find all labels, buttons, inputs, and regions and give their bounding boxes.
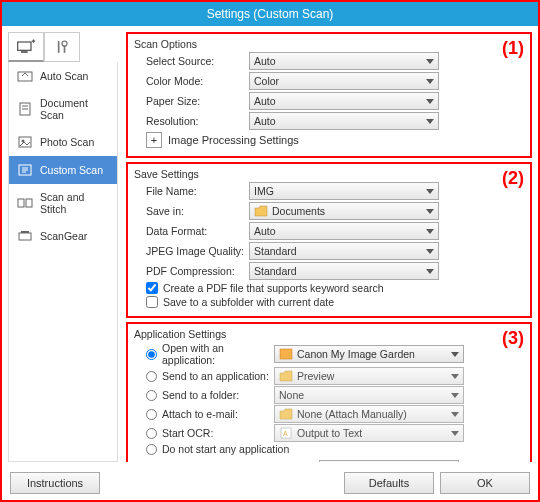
svg-rect-12 [18,199,24,207]
sidebar-item-photo-scan[interactable]: Photo Scan [9,128,117,156]
data-format-dropdown[interactable]: Auto [249,222,439,240]
send-to-app-label: Send to an application: [162,370,269,382]
svg-rect-2 [58,41,60,53]
sidebar-item-scan-and-stitch[interactable]: Scan and Stitch [9,184,117,222]
auto-scan-icon [17,69,33,83]
save-in-label: Save in: [134,205,249,217]
scangear-icon [17,229,33,243]
chevron-down-icon [426,229,434,234]
attach-email-radio[interactable] [146,409,157,420]
jpeg-quality-dropdown[interactable]: Standard [249,242,439,260]
svg-text:A: A [283,430,288,437]
save-in-dropdown[interactable]: Documents [249,202,439,220]
open-with-app-dropdown[interactable]: Canon My Image Garden [274,345,464,363]
chevron-down-icon [451,412,459,417]
annotation-2: (2) [502,168,524,189]
pdf-keyword-label: Create a PDF file that supports keyword … [163,282,384,294]
svg-rect-13 [26,199,32,207]
start-ocr-dropdown[interactable]: AOutput to Text [274,424,464,442]
folder-icon [254,205,268,217]
paper-size-dropdown[interactable]: Auto [249,92,439,110]
chevron-down-icon [426,79,434,84]
folder-icon [279,370,293,382]
window-title: Settings (Custom Scan) [207,7,334,21]
top-tab-strip [8,32,118,62]
start-ocr-radio[interactable] [146,428,157,439]
attach-email-dropdown[interactable]: None (Attach Manually) [274,405,464,423]
do-not-start-radio[interactable] [146,444,157,455]
select-source-dropdown[interactable]: Auto [249,52,439,70]
resolution-dropdown[interactable]: Auto [249,112,439,130]
app-icon [279,348,293,360]
svg-rect-4 [64,45,66,53]
paper-size-label: Paper Size: [134,95,249,107]
start-ocr-label: Start OCR: [162,427,213,439]
more-functions-button[interactable]: More Functions [319,460,459,462]
data-format-label: Data Format: [134,225,249,237]
chevron-down-icon [426,209,434,214]
image-processing-expand[interactable]: + [146,132,162,148]
application-settings-title: Application Settings [134,328,524,340]
image-processing-label: Image Processing Settings [168,134,299,146]
file-name-dropdown[interactable]: IMG [249,182,439,200]
attach-email-label: Attach to e-mail: [162,408,238,420]
color-mode-label: Color Mode: [134,75,249,87]
folder-icon [279,408,293,420]
file-name-label: File Name: [134,185,249,197]
window-titlebar: Settings (Custom Scan) [2,2,538,26]
stitch-icon [17,196,33,210]
sidebar: Auto Scan Document Scan Photo Scan Custo… [8,62,118,462]
color-mode-dropdown[interactable]: Color [249,72,439,90]
scan-options-title: Scan Options [134,38,524,50]
sidebar-item-label: Custom Scan [40,164,103,176]
sidebar-item-label: Photo Scan [40,136,94,148]
svg-rect-15 [21,231,29,233]
pdf-keyword-checkbox[interactable] [146,282,158,294]
send-to-folder-label: Send to a folder: [162,389,239,401]
subfolder-date-label: Save to a subfolder with current date [163,296,334,308]
svg-rect-0 [18,42,31,50]
photo-scan-icon [17,135,33,149]
chevron-down-icon [426,99,434,104]
sidebar-item-scangear[interactable]: ScanGear [9,222,117,250]
svg-rect-14 [19,233,31,240]
custom-scan-icon [17,163,33,177]
send-to-folder-dropdown[interactable]: None [274,386,464,404]
chevron-down-icon [426,249,434,254]
subfolder-date-checkbox[interactable] [146,296,158,308]
ok-button[interactable]: OK [440,472,530,494]
sidebar-item-label: Scan and Stitch [40,191,109,215]
annotation-1: (1) [502,38,524,59]
jpeg-quality-label: JPEG Image Quality: [134,245,249,257]
chevron-down-icon [451,393,459,398]
save-settings-title: Save Settings [134,168,524,180]
sidebar-item-document-scan[interactable]: Document Scan [9,90,117,128]
pdf-compression-dropdown[interactable]: Standard [249,262,439,280]
chevron-down-icon [426,59,434,64]
send-to-app-radio[interactable] [146,371,157,382]
chevron-down-icon [451,431,459,436]
sidebar-item-label: Document Scan [40,97,109,121]
pdf-compression-label: PDF Compression: [134,265,249,277]
chevron-down-icon [426,119,434,124]
tab-scan-from-computer[interactable] [8,32,44,62]
sidebar-item-label: ScanGear [40,230,87,242]
open-with-app-label: Open with an application: [162,342,274,366]
sidebar-item-custom-scan[interactable]: Custom Scan [9,156,117,184]
defaults-button[interactable]: Defaults [344,472,434,494]
tab-tools[interactable] [44,32,80,62]
select-source-label: Select Source: [134,55,249,67]
chevron-down-icon [451,374,459,379]
instructions-button[interactable]: Instructions [10,472,100,494]
chevron-down-icon [426,189,434,194]
send-to-folder-radio[interactable] [146,390,157,401]
document-scan-icon [17,102,33,116]
text-icon: A [279,427,293,439]
open-with-app-radio[interactable] [146,349,157,360]
save-settings-section: (2) Save Settings File Name: IMG Save in… [126,162,532,318]
sidebar-item-auto-scan[interactable]: Auto Scan [9,62,117,90]
send-to-app-dropdown[interactable]: Preview [274,367,464,385]
svg-rect-16 [280,349,292,359]
svg-rect-1 [21,51,28,53]
annotation-3: (3) [502,328,524,349]
